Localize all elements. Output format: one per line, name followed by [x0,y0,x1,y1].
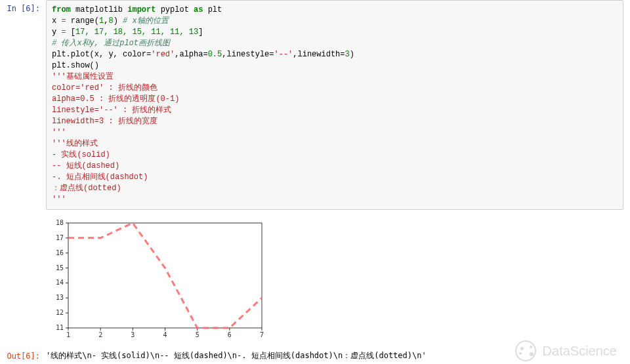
code-line-4: # 传入x和y, 通过plot画折线图 [52,38,618,49]
svg-text:17: 17 [56,234,64,241]
svg-text:13: 13 [56,294,64,301]
code-line-13: '''线的样式 [52,138,618,150]
svg-text:14: 14 [56,279,64,286]
code-line-17: ：虚点线(dotted) [52,183,618,194]
svg-text:18: 18 [56,219,64,226]
svg-text:11: 11 [56,324,64,331]
svg-text:5: 5 [196,331,200,338]
svg-text:6: 6 [228,331,232,338]
svg-text:7: 7 [260,331,264,338]
code-line-7: '''基础属性设置 [52,71,618,83]
watermark-label: DataScience [543,344,617,359]
code-line-15: -- 短线(dashed) [52,161,618,172]
code-line-2: x = range(1,8) # x轴的位置 [52,16,618,27]
code-line-3: y = [17, 17, 18, 15, 11, 11, 13] [52,27,618,38]
svg-text:12: 12 [56,309,64,316]
code-line-18: ''' [52,194,618,205]
watermark: DataScience [515,340,617,361]
chart-output: 12345671112131415161718 [47,215,630,348]
svg-rect-0 [68,223,262,328]
code-line-16: -. 短点相间线(dashdot) [52,172,618,183]
line-chart: 12345671112131415161718 [47,218,267,342]
svg-text:4: 4 [163,331,167,338]
code-input-area[interactable]: from matplotlib import pyplot as plt x =… [46,0,623,210]
code-line-8: color='red' : 折线的颜色 [52,83,618,94]
code-line-9: alpha=0.5 : 折线的透明度(0-1) [52,94,618,105]
input-cell: In [6]: from matplotlib import pyplot as… [0,0,630,210]
svg-text:15: 15 [56,264,64,272]
code-line-11: linewidth=3 : 折线的宽度 [52,116,618,127]
svg-text:16: 16 [56,249,64,256]
input-prompt: In [6]: [0,0,46,13]
code-line-12: ''' [52,127,618,138]
svg-text:2: 2 [98,331,102,338]
svg-text:3: 3 [131,331,135,338]
watermark-icon [515,340,536,361]
svg-text:1: 1 [66,331,70,338]
code-line-5: plt.plot(x, y, color='red',alpha=0.5,lin… [52,49,618,60]
code-line-10: linestyle='--' : 折线的样式 [52,105,618,116]
code-line-6: plt.show() [52,60,618,71]
code-line-1: from matplotlib import pyplot as plt [52,5,618,16]
code-line-14: - 实线(solid) [52,150,618,161]
output-prompt: Out[6]: [0,348,46,361]
